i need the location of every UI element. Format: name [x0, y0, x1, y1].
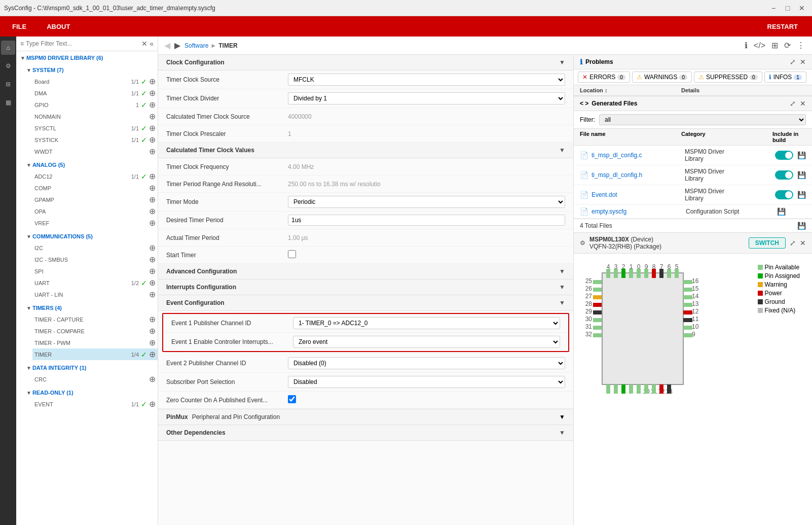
- advanced-config-header[interactable]: Advanced Configuration ▼: [158, 264, 573, 279]
- clock-config-toggle[interactable]: ▼: [559, 59, 565, 66]
- uart-add[interactable]: ⊕: [149, 278, 156, 288]
- tree-row-spi[interactable]: SPI ⊕: [32, 265, 158, 277]
- warnings-tab[interactable]: ⚠ WARNINGS 0: [632, 72, 692, 83]
- include-toggle-1[interactable]: [775, 151, 793, 160]
- more-icon[interactable]: ⋮: [796, 40, 806, 51]
- tree-row-nonmain[interactable]: NONMAIN ⊕: [32, 111, 158, 122]
- event1-enable-select[interactable]: Zero event: [293, 336, 560, 348]
- tree-row-i2c[interactable]: I2C ⊕: [32, 242, 158, 254]
- wwdt-add[interactable]: ⊕: [149, 147, 156, 156]
- tree-row-dma[interactable]: DMA 1/1 ✓ ⊕: [32, 87, 158, 99]
- tree-arrow-analog[interactable]: ▼: [26, 162, 31, 168]
- gen-file-name-3[interactable]: Event.dot: [592, 191, 685, 198]
- tree-row-system[interactable]: ▼ SYSTEM (7): [24, 64, 158, 76]
- desired-timer-period-input[interactable]: [288, 215, 565, 226]
- tree-row-opa[interactable]: OPA ⊕: [32, 205, 158, 217]
- save-icon-1[interactable]: 💾: [797, 151, 806, 159]
- tree-row-sysctl[interactable]: SYSCTL 1/1 ✓ ⊕: [32, 122, 158, 134]
- gen-file-name-4[interactable]: empty.syscfg: [592, 208, 686, 215]
- calc-clock-values-header[interactable]: Calculated Timer Clock Values ▼: [158, 143, 573, 158]
- tree-row-read-only[interactable]: ▼ READ-ONLY (1): [24, 387, 158, 398]
- restart-button[interactable]: RESTART: [761, 21, 804, 32]
- tree-row-i2c-smbus[interactable]: I2C - SMBUS ⊕: [32, 254, 158, 265]
- clear-filter-icon[interactable]: ✕: [141, 40, 147, 48]
- back-button[interactable]: ◀: [164, 41, 170, 50]
- tree-row-analog[interactable]: ▼ ANALOG (5): [24, 159, 158, 170]
- interrupts-config-toggle[interactable]: ▼: [559, 284, 565, 291]
- tree-row-data-integrity[interactable]: ▼ DATA INTEGRITY (1): [24, 362, 158, 373]
- tree-row-comp[interactable]: COMP ⊕: [32, 182, 158, 194]
- problems-close-icon[interactable]: ✕: [800, 58, 806, 66]
- info-icon[interactable]: ℹ: [744, 40, 749, 51]
- history-icon[interactable]: ⟳: [783, 40, 792, 51]
- file-menu[interactable]: FILE: [8, 21, 30, 32]
- errors-tab[interactable]: ✕ ERRORS 0: [578, 72, 630, 83]
- tree-arrow-timers[interactable]: ▼: [26, 305, 31, 311]
- include-toggle-2[interactable]: [775, 170, 793, 180]
- code-icon[interactable]: </>: [753, 40, 766, 51]
- calc-clock-values-toggle[interactable]: ▼: [559, 147, 565, 154]
- timer-mode-select[interactable]: Periodic: [288, 196, 565, 208]
- start-timer-checkbox[interactable]: [288, 250, 296, 258]
- tree-row-timers[interactable]: ▼ TIMERS (4): [24, 302, 158, 313]
- opa-add[interactable]: ⊕: [149, 206, 156, 216]
- pinmux-toggle[interactable]: ▼: [559, 413, 565, 421]
- save-icon-4[interactable]: 💾: [777, 207, 786, 216]
- tree-row-wwdt[interactable]: WWDT ⊕: [32, 146, 158, 157]
- gen-files-close-icon[interactable]: ✕: [800, 99, 806, 108]
- include-toggle-3[interactable]: [775, 190, 793, 199]
- gen-files-expand-icon[interactable]: ⤢: [790, 99, 796, 108]
- i2c-add[interactable]: ⊕: [149, 243, 156, 253]
- modules-icon[interactable]: ⚙: [1, 59, 15, 73]
- timer-capture-add[interactable]: ⊕: [149, 314, 156, 324]
- save-all-icon[interactable]: 💾: [797, 222, 806, 230]
- dma-add[interactable]: ⊕: [149, 88, 156, 98]
- systick-add[interactable]: ⊕: [149, 135, 156, 145]
- tree-arrow-read-only[interactable]: ▼: [26, 390, 31, 396]
- tree-row-uart-lin[interactable]: UART - LIN ⊕: [32, 289, 158, 300]
- adc12-add[interactable]: ⊕: [149, 171, 156, 181]
- tree-row-gpamp[interactable]: GPAMP ⊕: [32, 194, 158, 205]
- device-expand-icon[interactable]: ⤢: [790, 239, 796, 247]
- uart-lin-add[interactable]: ⊕: [149, 290, 156, 299]
- save-icon-2[interactable]: 💾: [797, 171, 806, 179]
- suppressed-tab[interactable]: ⚠ SUPPRESSED 0: [694, 72, 762, 83]
- tree-row-adc12[interactable]: ADC12 1/1 ✓ ⊕: [32, 170, 158, 182]
- gen-file-name-1[interactable]: ti_msp_dl_config.c: [592, 152, 685, 159]
- event-config-header[interactable]: Event Configuration ▼: [158, 295, 573, 311]
- gpamp-add[interactable]: ⊕: [149, 195, 156, 204]
- chip-icon[interactable]: ⊞: [770, 40, 779, 51]
- sysctl-add[interactable]: ⊕: [149, 123, 156, 133]
- tree-arrow-comm[interactable]: ▼: [26, 234, 31, 239]
- clock-config-header[interactable]: Clock Configuration ▼: [158, 55, 573, 71]
- pinmux-icon[interactable]: ⊞: [1, 77, 15, 91]
- tree-row-gpio[interactable]: GPIO 1 ✓ ⊕: [32, 99, 158, 111]
- tree-row-comm[interactable]: ▼ COMMUNICATIONS (5): [24, 231, 158, 242]
- tree-row-timer-pwm[interactable]: TIMER - PWM ⊕: [32, 337, 158, 348]
- spi-add[interactable]: ⊕: [149, 266, 156, 276]
- vref-add[interactable]: ⊕: [149, 218, 156, 228]
- tree-row-uart[interactable]: UART 1/2 ✓ ⊕: [32, 277, 158, 289]
- tree-arrow-system[interactable]: ▼: [26, 67, 31, 73]
- timer-compare-add[interactable]: ⊕: [149, 326, 156, 336]
- tree-row-vref[interactable]: VREF ⊕: [32, 217, 158, 229]
- event-config-toggle[interactable]: ▼: [559, 299, 565, 306]
- filter-input[interactable]: [26, 40, 139, 47]
- timer-pwm-add[interactable]: ⊕: [149, 338, 156, 347]
- timer-add[interactable]: ⊕: [149, 349, 156, 359]
- tree-row-board[interactable]: Board 1/1 ✓ ⊕: [32, 76, 158, 87]
- gen-file-name-2[interactable]: ti_msp_dl_config.h: [592, 171, 685, 179]
- event1-publisher-select[interactable]: 1- TIMER_0 => ADC12_0: [293, 317, 560, 329]
- crc-add[interactable]: ⊕: [149, 374, 156, 384]
- calculator-icon[interactable]: ▦: [1, 95, 15, 110]
- tree-row-event[interactable]: EVENT 1/1 ✓ ⊕: [32, 398, 158, 410]
- infos-tab[interactable]: ℹ INFOS 1: [764, 72, 806, 83]
- subscriber-port-select[interactable]: Disabled: [288, 376, 565, 388]
- gen-files-filter-select[interactable]: all: [599, 114, 806, 125]
- collapse-icon[interactable]: «: [150, 40, 154, 48]
- other-deps-header[interactable]: Other Dependencies ▼: [158, 425, 573, 441]
- zero-counter-checkbox[interactable]: [288, 395, 296, 403]
- event-add[interactable]: ⊕: [149, 399, 156, 409]
- board-add[interactable]: ⊕: [149, 77, 156, 86]
- home-icon[interactable]: ⌂: [1, 41, 15, 55]
